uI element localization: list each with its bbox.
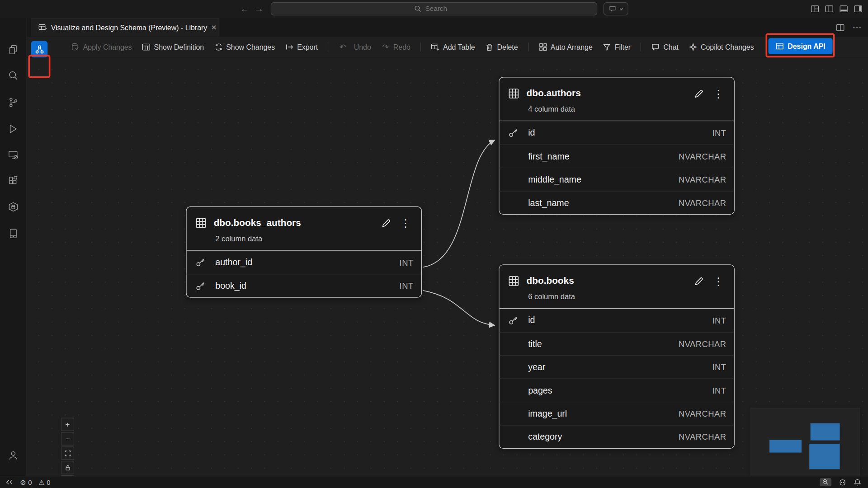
- table-menu-icon[interactable]: ⋮: [711, 276, 725, 286]
- warnings-indicator[interactable]: ⚠ 0: [38, 479, 50, 486]
- key-icon: [195, 257, 215, 267]
- column-type: INT: [712, 385, 726, 395]
- search-icon: [414, 5, 422, 13]
- diagram-canvas[interactable]: dbo.books_authors ⋮ 2 column data author…: [27, 57, 868, 476]
- column-name: book_id: [215, 281, 399, 291]
- relationship-wires: [27, 37, 868, 476]
- source-control-icon[interactable]: [6, 95, 20, 110]
- error-icon: ⊘: [20, 479, 26, 486]
- back-icon[interactable]: ←: [238, 2, 251, 15]
- column-type: NVARCHAR: [679, 409, 726, 418]
- title-bar: ← →: [0, 0, 868, 18]
- table-node-books-authors[interactable]: dbo.books_authors ⋮ 2 column data author…: [186, 206, 422, 298]
- editor-tab-bar: Visualize and Design Schema (Preview) - …: [27, 18, 868, 36]
- column-type: NVARCHAR: [679, 175, 726, 184]
- column-name: category: [528, 432, 679, 442]
- key-icon: [508, 128, 528, 138]
- vscode-window: ← →: [0, 0, 868, 488]
- extensions-icon[interactable]: [6, 174, 20, 188]
- key-icon: [508, 315, 528, 325]
- edit-table-icon[interactable]: [381, 218, 391, 228]
- column-row[interactable]: id INT: [499, 121, 734, 144]
- table-name: dbo.authors: [526, 88, 686, 99]
- error-count: 0: [28, 479, 32, 486]
- command-center-search[interactable]: [271, 2, 597, 15]
- column-row[interactable]: year INT: [499, 355, 734, 378]
- split-editor-icon[interactable]: [836, 23, 845, 32]
- column-row[interactable]: first_name NVARCHAR: [499, 145, 734, 168]
- column-type: INT: [400, 281, 414, 291]
- column-list: id INT first_name NVARCHAR middle_name N…: [499, 121, 734, 214]
- remote-window-icon[interactable]: [5, 479, 13, 486]
- column-type: NVARCHAR: [679, 152, 726, 161]
- zoom-indicator[interactable]: [820, 478, 831, 486]
- more-actions-icon[interactable]: ⋯: [853, 23, 862, 32]
- column-type: NVARCHAR: [679, 432, 726, 441]
- table-name: dbo.books: [526, 276, 686, 286]
- table-header: dbo.books_authors ⋮: [187, 207, 421, 230]
- edit-table-icon[interactable]: [693, 88, 704, 99]
- accounts-icon[interactable]: [6, 448, 20, 463]
- errors-indicator[interactable]: ⊘ 0: [20, 479, 32, 486]
- column-row[interactable]: author_id INT: [187, 251, 421, 274]
- column-type: NVARCHAR: [679, 198, 726, 207]
- column-name: last_name: [528, 198, 679, 208]
- tab-bar-actions: ⋯: [836, 18, 861, 36]
- column-type: NVARCHAR: [679, 339, 726, 349]
- fit-view-button[interactable]: [61, 446, 74, 460]
- minimap-node-books: [809, 444, 840, 469]
- status-left: ⊘ 0 ⚠ 0: [0, 479, 50, 486]
- column-count: 4 column data: [499, 100, 734, 122]
- tab-close-icon[interactable]: ✕: [211, 23, 217, 33]
- table-menu-icon[interactable]: ⋮: [399, 218, 413, 228]
- notifications-bell-icon[interactable]: [854, 479, 861, 486]
- copilot-menu-button[interactable]: [604, 2, 628, 15]
- zoom-out-button[interactable]: −: [61, 432, 74, 445]
- customize-layout-icon[interactable]: [811, 5, 820, 14]
- column-name: title: [528, 339, 679, 349]
- column-row[interactable]: image_url NVARCHAR: [499, 402, 734, 425]
- wire-books-authors-to-books: [423, 291, 495, 325]
- table-menu-icon[interactable]: ⋮: [711, 88, 725, 99]
- column-row[interactable]: category NVARCHAR: [499, 425, 734, 448]
- copilot-chat-icon: [608, 5, 616, 13]
- column-type: INT: [400, 258, 414, 267]
- table-header: dbo.authors ⋮: [499, 77, 734, 100]
- table-icon: [508, 276, 519, 286]
- edit-table-icon[interactable]: [693, 276, 704, 286]
- schema-designer-icon: [38, 23, 47, 32]
- column-row[interactable]: title NVARCHAR: [499, 332, 734, 355]
- column-row[interactable]: last_name NVARCHAR: [499, 191, 734, 214]
- column-list: author_id INT book_id INT: [187, 251, 421, 297]
- column-name: pages: [528, 385, 712, 395]
- column-row[interactable]: middle_name NVARCHAR: [499, 168, 734, 191]
- toggle-panel-icon[interactable]: [839, 5, 848, 14]
- activity-bar: [0, 18, 27, 476]
- toggle-secondary-sidebar-icon[interactable]: [854, 5, 863, 14]
- column-type: INT: [712, 128, 726, 137]
- lock-button[interactable]: [61, 461, 74, 474]
- column-name: id: [528, 315, 712, 325]
- schema-explorer-icon[interactable]: [6, 226, 20, 241]
- column-type: INT: [712, 316, 726, 325]
- sql-server-disconnected-icon[interactable]: [6, 148, 20, 162]
- column-name: image_url: [528, 408, 679, 418]
- column-row[interactable]: id INT: [499, 309, 734, 332]
- column-count: 6 column data: [499, 288, 734, 309]
- column-row[interactable]: book_id INT: [187, 274, 421, 297]
- tab-schema-designer[interactable]: Visualize and Design Schema (Preview) - …: [31, 18, 219, 36]
- zoom-in-button[interactable]: +: [61, 418, 74, 431]
- run-debug-icon[interactable]: [6, 122, 20, 136]
- copilot-status-icon[interactable]: [838, 479, 847, 486]
- forward-icon[interactable]: →: [252, 2, 265, 15]
- explorer-icon[interactable]: [6, 42, 20, 57]
- chevron-down-icon: [618, 6, 623, 11]
- search-input[interactable]: [425, 5, 454, 13]
- search-sidebar-icon[interactable]: [6, 69, 20, 83]
- toggle-primary-sidebar-icon[interactable]: [825, 5, 834, 14]
- table-node-books[interactable]: dbo.books ⋮ 6 column data id INT title N…: [499, 264, 735, 449]
- database-projects-icon[interactable]: [6, 200, 20, 214]
- layout-controls: [811, 2, 863, 15]
- table-node-authors[interactable]: dbo.authors ⋮ 4 column data id INT first…: [499, 77, 735, 215]
- column-row[interactable]: pages INT: [499, 379, 734, 402]
